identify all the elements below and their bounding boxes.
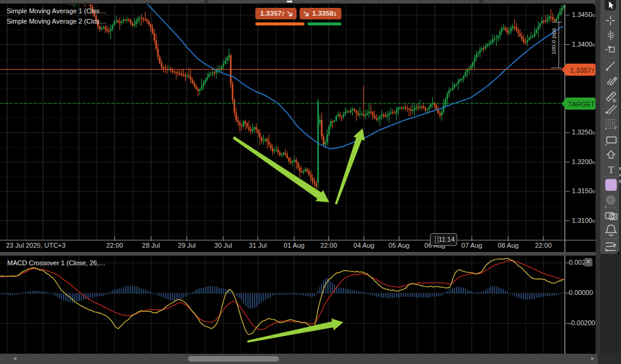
svg-text:1.33577: 1.33577 [570,67,594,74]
svg-text:F: F [615,125,618,131]
svg-text:T: T [608,164,615,176]
svg-text:100.0 pips: 100.0 pips [550,28,557,55]
svg-text:TARGET: TARGET [568,101,595,108]
